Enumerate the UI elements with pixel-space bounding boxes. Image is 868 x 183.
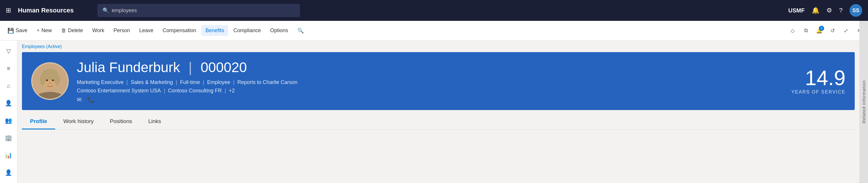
left-sidebar: ▽ ≡ ⌂ 👤 👥 🏢 📊 👤	[0, 41, 17, 183]
related-info-label: Related information	[861, 80, 866, 123]
toolbar-right: ◇ ⧉ 🔔 0 ↺ ⤢ ✕	[787, 25, 865, 36]
delete-icon: 🗑	[61, 27, 66, 33]
person-button[interactable]: Person	[110, 25, 134, 36]
tab-positions[interactable]: Positions	[102, 114, 140, 129]
search-icon: 🔍	[102, 7, 109, 14]
avatar[interactable]: SS	[849, 4, 862, 17]
employee-info: Julia Funderburk | 000020 Marketing Exec…	[77, 59, 783, 103]
notification-icon[interactable]: 🔔	[812, 7, 819, 14]
sidebar-home-icon[interactable]: ⌂	[3, 80, 14, 92]
search-input[interactable]	[112, 7, 295, 14]
employee-contact-row: ✉ 📞	[77, 96, 783, 103]
svg-point-9	[50, 82, 51, 84]
main-content: Employees (Active)	[17, 41, 859, 183]
employee-details-row1: Marketing Executive | Sales & Marketing …	[77, 79, 783, 85]
top-nav-bar: ⊞ Human Resources 🔍 USMF 🔔 ⚙ ? SS	[0, 0, 868, 21]
tabs-bar: Profile Work history Positions Links	[22, 114, 855, 130]
refresh-icon[interactable]: ↺	[827, 25, 838, 36]
email-icon[interactable]: ✉	[77, 96, 82, 103]
tab-work-history[interactable]: Work history	[55, 114, 102, 129]
employee-card: Julia Funderburk | 000020 Marketing Exec…	[22, 52, 855, 110]
benefits-button[interactable]: Benefits	[201, 25, 228, 36]
phone-icon[interactable]: 📞	[88, 96, 95, 103]
compliance-button[interactable]: Compliance	[229, 25, 265, 36]
sidebar-person-icon[interactable]: 👤	[3, 97, 14, 109]
sidebar-filter-icon[interactable]: ▽	[3, 45, 14, 57]
years-of-service: 14.9 YEARS OF SERVICE	[792, 68, 845, 95]
sidebar-report-icon[interactable]: 📊	[3, 150, 14, 161]
work-button[interactable]: Work	[88, 25, 108, 36]
related-info-sidebar[interactable]: Related information	[859, 21, 868, 183]
action-bar: 💾 Save + New 🗑 Delete Work Person Leave …	[0, 21, 868, 41]
split-view-icon[interactable]: ⧉	[800, 25, 811, 36]
save-icon: 💾	[7, 27, 14, 34]
breadcrumb[interactable]: Employees (Active)	[22, 44, 855, 49]
sidebar-people-icon[interactable]: 👥	[3, 115, 14, 126]
alert-icon[interactable]: 🔔 0	[814, 25, 825, 36]
settings-icon[interactable]: ⚙	[827, 7, 832, 14]
svg-point-7	[46, 79, 48, 81]
sidebar-menu-icon[interactable]: ≡	[3, 62, 14, 74]
save-button[interactable]: 💾 Save	[3, 25, 31, 36]
search-box[interactable]: 🔍	[98, 4, 300, 17]
search-action-button[interactable]: 🔍	[293, 25, 308, 36]
expand-icon[interactable]: ⤢	[840, 25, 851, 36]
svg-point-6	[55, 74, 60, 85]
company-code: USMF	[788, 7, 805, 14]
add-icon: +	[37, 27, 40, 33]
leave-button[interactable]: Leave	[135, 25, 157, 36]
app-title: Human Resources	[18, 7, 93, 14]
tab-profile[interactable]: Profile	[22, 114, 55, 129]
delete-button[interactable]: 🗑 Delete	[57, 25, 87, 36]
grid-icon[interactable]: ⊞	[6, 7, 11, 14]
employee-company-row: Contoso Entertainment System USA | Conto…	[77, 88, 783, 94]
compensation-button[interactable]: Compensation	[158, 25, 200, 36]
svg-point-8	[52, 79, 54, 81]
tab-links[interactable]: Links	[140, 114, 169, 129]
sidebar-org-icon[interactable]: 🏢	[3, 132, 14, 143]
search-action-icon: 🔍	[298, 27, 304, 34]
bookmark-icon[interactable]: ◇	[787, 25, 798, 36]
new-button[interactable]: + New	[33, 25, 56, 36]
alert-badge: 0	[819, 26, 824, 31]
options-button[interactable]: Options	[266, 25, 292, 36]
help-icon[interactable]: ?	[839, 7, 843, 14]
employee-avatar	[31, 62, 69, 100]
sidebar-user-icon[interactable]: 👤	[3, 167, 14, 178]
employee-name-id: Julia Funderburk | 000020	[77, 59, 783, 75]
svg-point-5	[40, 74, 45, 85]
nav-right-section: USMF 🔔 ⚙ ? SS	[788, 4, 862, 17]
